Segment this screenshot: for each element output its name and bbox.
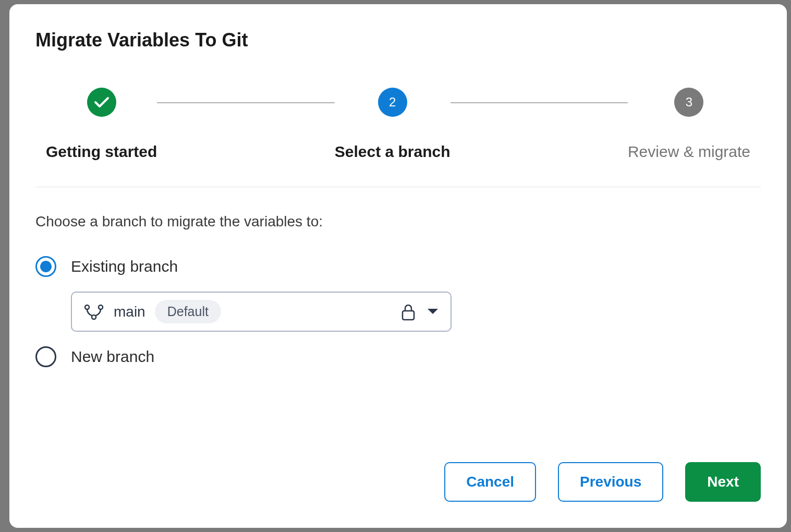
radio-existing-inner [40,261,52,272]
branch-icon [83,303,104,321]
step-connector-2 [451,102,628,103]
radio-new-circle [35,346,56,367]
radio-existing-branch[interactable]: Existing branch [35,256,761,277]
step-2-label: Select a branch [335,143,451,161]
previous-button[interactable]: Previous [558,462,663,502]
step-1-circle [87,88,116,117]
step-2-circle: 2 [378,88,407,117]
svg-rect-3 [403,311,414,320]
lock-icon [400,303,416,321]
step-3-circle: 3 [674,88,703,117]
svg-point-0 [85,305,89,309]
step-1-label: Getting started [46,143,157,161]
step-connector-1 [157,102,334,103]
next-button[interactable]: Next [685,462,761,502]
modal-title: Migrate Variables To Git [35,29,761,51]
svg-point-1 [99,305,103,309]
default-badge: Default [155,300,221,323]
footer-buttons: Cancel Previous Next [35,462,761,502]
step-1: Getting started [46,88,157,161]
radio-new-branch[interactable]: New branch [35,346,761,367]
cancel-button[interactable]: Cancel [444,462,536,502]
divider [35,187,761,187]
caret-down-icon [427,308,439,316]
radio-existing-label: Existing branch [71,258,178,275]
step-3-label: Review & migrate [628,143,750,161]
branch-select[interactable]: main Default [71,292,452,332]
svg-point-2 [92,315,96,319]
step-2: 2 Select a branch [335,88,451,161]
branch-radio-group: Existing branch main Default [35,256,761,367]
branch-select-right [400,303,439,321]
branch-select-container: main Default [71,292,761,332]
prompt-text: Choose a branch to migrate the variables… [35,213,761,230]
radio-existing-circle [35,256,56,277]
branch-name: main [114,304,145,320]
step-3: 3 Review & migrate [628,88,750,161]
stepper: Getting started 2 Select a branch 3 Revi… [35,88,761,161]
radio-new-label: New branch [71,348,154,366]
check-icon [94,96,109,108]
migrate-variables-modal: Migrate Variables To Git Getting started… [9,4,787,528]
